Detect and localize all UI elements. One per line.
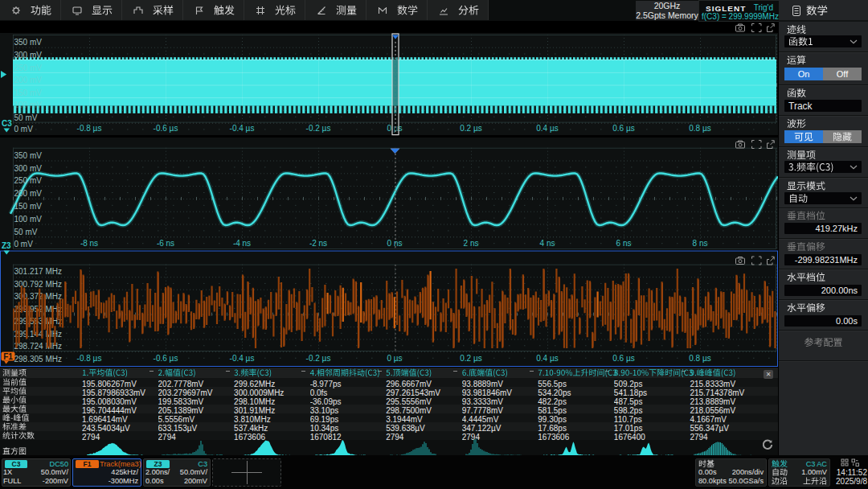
svg-text:6 ns: 6 ns	[616, 239, 632, 248]
svg-text:0 ns: 0 ns	[387, 239, 403, 248]
svg-text:350 mV: 350 mV	[14, 151, 43, 160]
svg-text:Z3: Z3	[2, 241, 11, 250]
svg-text:50 mV: 50 mV	[14, 113, 38, 122]
svg-text:250 mV: 250 mV	[14, 176, 43, 185]
svg-text:0.8 µs: 0.8 µs	[689, 124, 710, 133]
svg-text:0.4 µs: 0.4 µs	[536, 124, 558, 133]
svg-text:-8 ns: -8 ns	[80, 239, 98, 248]
svg-text:0.2 µs: 0.2 µs	[460, 124, 481, 133]
svg-text:50 mV: 50 mV	[14, 228, 38, 236]
svg-text:2 ns: 2 ns	[464, 239, 479, 248]
svg-text:C3: C3	[2, 119, 12, 128]
svg-text:4 ns: 4 ns	[540, 239, 555, 248]
svg-text:150 mV: 150 mV	[14, 88, 43, 97]
svg-text:100 mV: 100 mV	[14, 215, 43, 224]
svg-text:300 mV: 300 mV	[14, 164, 43, 173]
svg-text:0.6 µs: 0.6 µs	[612, 354, 634, 363]
svg-text:350 mV: 350 mV	[14, 38, 43, 47]
svg-text:-0.6 µs: -0.6 µs	[154, 354, 178, 363]
svg-text:-0.8 µs: -0.8 µs	[77, 354, 102, 363]
svg-text:301.217 MHz: 301.217 MHz	[14, 267, 62, 276]
svg-text:150 mV: 150 mV	[14, 202, 43, 211]
svg-text:299.563 MHz: 299.563 MHz	[14, 317, 62, 326]
svg-text:298.305 MHz: 298.305 MHz	[14, 355, 62, 364]
svg-text:8 ns: 8 ns	[693, 239, 708, 248]
svg-text:-0.6 µs: -0.6 µs	[154, 124, 178, 133]
svg-text:-0.4 µs: -0.4 µs	[230, 354, 255, 363]
svg-text:0 mV: 0 mV	[14, 125, 34, 134]
svg-text:0 mV: 0 mV	[14, 240, 34, 249]
svg-text:0 µs: 0 µs	[387, 354, 402, 363]
svg-text:200 mV: 200 mV	[14, 76, 43, 84]
svg-text:-0.2 µs: -0.2 µs	[306, 354, 331, 363]
svg-text:300 mV: 300 mV	[14, 51, 43, 60]
svg-text:100 mV: 100 mV	[14, 101, 43, 109]
svg-text:-0.2 µs: -0.2 µs	[306, 124, 331, 133]
svg-text:0.6 µs: 0.6 µs	[612, 124, 634, 133]
svg-text:-0.8 µs: -0.8 µs	[77, 124, 102, 133]
svg-text:0.2 µs: 0.2 µs	[460, 354, 481, 363]
svg-text:200 mV: 200 mV	[14, 189, 43, 198]
svg-text:0.8 µs: 0.8 µs	[689, 354, 710, 363]
svg-text:-4 ns: -4 ns	[233, 239, 251, 248]
svg-text:-0.4 µs: -0.4 µs	[230, 124, 255, 133]
svg-text:F1: F1	[3, 352, 13, 361]
svg-text:-6 ns: -6 ns	[157, 239, 174, 248]
svg-text:-2 ns: -2 ns	[309, 239, 327, 248]
svg-text:250 mV: 250 mV	[14, 64, 43, 72]
svg-text:0.4 µs: 0.4 µs	[536, 354, 558, 363]
